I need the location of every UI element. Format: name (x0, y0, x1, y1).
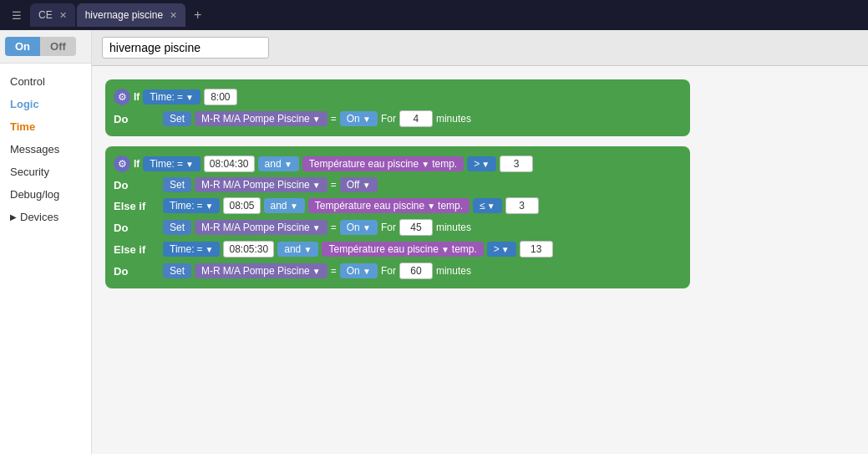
toggle-off-button[interactable]: Off (40, 37, 76, 56)
block-editor: ⚙ If Time: = ▼ 8:00 Do Set (92, 66, 868, 454)
sidebar-item-messages[interactable]: Messages (0, 138, 91, 161)
do-label-3: Do (114, 222, 160, 234)
mra-block-3[interactable]: M-R M/A Pompe Piscine ▼ (195, 220, 327, 235)
gt-block-2[interactable]: > ▼ (487, 242, 516, 257)
time-value-4[interactable]: 08:05:30 (223, 241, 274, 258)
gear-icon-1[interactable]: ⚙ (114, 89, 130, 105)
green-block-2: ⚙ If Time: = ▼ 08:04:30 and ▼ Températur… (105, 146, 690, 288)
toggle-on-button[interactable]: On (5, 37, 40, 56)
time-op-dropdown-2[interactable]: ▼ (185, 160, 194, 169)
for-label-3: For (381, 265, 396, 277)
and-block-2[interactable]: and ▼ (264, 198, 305, 213)
time-block-4[interactable]: Time: = ▼ (163, 242, 220, 257)
else-if-row-1: Else if Time: = ▼ 08:05 and ▼ Températur… (114, 197, 682, 214)
minutes-label-2: minutes (436, 222, 471, 233)
temp-dropdown-2[interactable]: ▼ (427, 201, 435, 211)
temp-block-1[interactable]: Température eau piscine ▼ temp. (302, 156, 464, 171)
mra-block-1[interactable]: M-R M/A Pompe Piscine ▼ (195, 111, 327, 126)
eq-sign-2: = (331, 179, 337, 191)
tab-add-button[interactable]: + (187, 8, 208, 23)
time-block-2[interactable]: Time: = ▼ (143, 156, 200, 171)
device-dropdown-3[interactable]: ▼ (312, 223, 321, 232)
gt-op-1: > (474, 158, 480, 170)
content-area: ⚙ If Time: = ▼ 8:00 Do Set (92, 30, 868, 454)
sidebar-item-debuglog[interactable]: Debug/log (0, 183, 91, 206)
time-label-3: Time: (170, 200, 195, 212)
temp-val-3[interactable]: 13 (520, 241, 553, 258)
minutes-label-1: minutes (436, 113, 471, 125)
temp-block-3[interactable]: Température eau piscine ▼ temp. (322, 242, 483, 257)
sidebar-item-security[interactable]: Security (0, 161, 91, 183)
temp-dropdown-1[interactable]: ▼ (421, 160, 429, 169)
set-block-2[interactable]: Set (163, 177, 191, 192)
tab-hivernage[interactable]: hivernage piscine ✕ (77, 3, 185, 27)
lte-dropdown-1[interactable]: ▼ (487, 201, 495, 211)
gt-dropdown-2[interactable]: ▼ (501, 245, 510, 254)
gt-block-1[interactable]: > ▼ (467, 156, 496, 171)
sidebar-item-logic[interactable]: Logic (0, 93, 91, 115)
time-block-3[interactable]: Time: = ▼ (163, 198, 220, 213)
for-value-2[interactable]: 45 (399, 219, 433, 236)
eq-sign-4: = (331, 265, 337, 277)
temp-val-1[interactable]: 3 (500, 156, 533, 172)
for-value-1[interactable]: 4 (399, 110, 433, 127)
time-op-dropdown-4[interactable]: ▼ (206, 245, 214, 254)
sidebar: On Off Control Logic Time Messages Secur… (0, 30, 92, 454)
menu-icon[interactable]: ☰ (3, 3, 30, 27)
time-op-1: = (177, 91, 183, 103)
mr-label-4: M-R (201, 265, 221, 277)
gear-icon-2[interactable]: ⚙ (114, 156, 130, 172)
time-value-2[interactable]: 08:04:30 (204, 156, 255, 172)
title-bar (92, 30, 868, 66)
if-label-1: If (134, 91, 140, 103)
script-title-input[interactable] (102, 37, 269, 59)
mr-label-1: M-R (201, 113, 221, 125)
temp-device-1: Température eau piscine (309, 158, 419, 170)
block-group-2: ⚙ If Time: = ▼ 08:04:30 and ▼ Températur… (105, 146, 855, 290)
device-dropdown-1[interactable]: ▼ (312, 115, 321, 124)
eq-sign-1: = (331, 113, 337, 125)
temp-block-2[interactable]: Température eau piscine ▼ temp. (308, 198, 470, 213)
gt-dropdown-1[interactable]: ▼ (481, 160, 490, 169)
else-if-label-2: Else if (114, 243, 160, 256)
temp-suffix-1: temp. (432, 158, 457, 170)
do-label-4: Do (114, 265, 160, 278)
temp-suffix-2: temp. (438, 200, 463, 212)
tab-ce[interactable]: CE ✕ (30, 3, 75, 27)
set-block-4[interactable]: Set (163, 263, 191, 278)
set-block-1[interactable]: Set (163, 111, 191, 126)
sidebar-item-time[interactable]: Time (0, 115, 91, 138)
tab-ce-close[interactable]: ✕ (59, 10, 67, 21)
lte-block-1[interactable]: ≤ ▼ (473, 198, 502, 213)
time-label-4: Time: (170, 243, 195, 255)
time-op-dropdown-1[interactable]: ▼ (185, 93, 194, 102)
time-value-3[interactable]: 08:05 (223, 197, 260, 214)
device-dropdown-2[interactable]: ▼ (312, 181, 321, 190)
on-pill-3[interactable]: On ▼ (340, 263, 378, 278)
on-pill-2[interactable]: On ▼ (340, 220, 378, 235)
device-dropdown-4[interactable]: ▼ (312, 267, 321, 276)
and-block-3[interactable]: and ▼ (277, 242, 318, 257)
time-value-1[interactable]: 8:00 (204, 89, 237, 105)
temp-dropdown-3[interactable]: ▼ (441, 245, 449, 254)
tab-hivernage-label: hivernage piscine (85, 9, 163, 21)
tab-bar: ☰ CE ✕ hivernage piscine ✕ + (0, 0, 868, 30)
for-value-3[interactable]: 60 (399, 263, 433, 279)
set-block-3[interactable]: Set (163, 220, 191, 235)
sidebar-item-control[interactable]: Control (0, 70, 91, 93)
time-op-dropdown-3[interactable]: ▼ (206, 201, 214, 211)
sidebar-nav: Control Logic Time Messages Security Deb… (0, 64, 91, 235)
do-row-3: Do Set M-R M/A Pompe Piscine ▼ = On ▼ Fo… (114, 219, 682, 236)
sidebar-item-devices[interactable]: Devices (0, 206, 91, 228)
tab-hivernage-close[interactable]: ✕ (170, 10, 177, 21)
block-group-1: ⚙ If Time: = ▼ 8:00 Do Set (105, 79, 855, 138)
temp-val-2[interactable]: 3 (505, 197, 539, 214)
time-block-1[interactable]: Time: = ▼ (143, 89, 200, 105)
on-pill-1[interactable]: On ▼ (340, 111, 378, 126)
mra-block-2[interactable]: M-R M/A Pompe Piscine ▼ (195, 177, 327, 192)
and-block-1[interactable]: and ▼ (258, 156, 299, 171)
time-label-1: Time: (150, 91, 175, 103)
mra-block-4[interactable]: M-R M/A Pompe Piscine ▼ (195, 263, 327, 278)
off-pill-1[interactable]: Off ▼ (340, 177, 378, 192)
main-layout: On Off Control Logic Time Messages Secur… (0, 30, 868, 454)
